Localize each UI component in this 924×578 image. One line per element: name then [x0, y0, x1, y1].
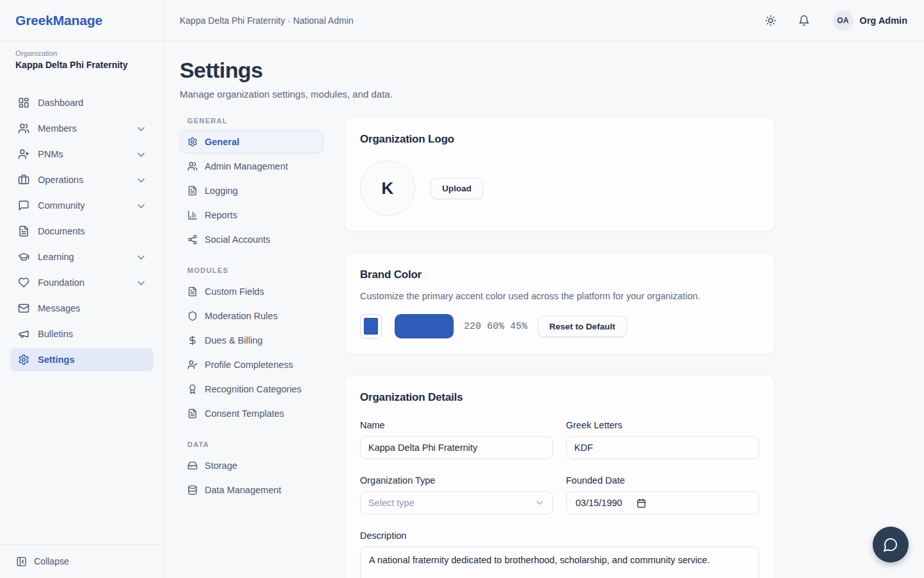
reset-to-default-button[interactable]: Reset to Default: [538, 316, 627, 337]
subnav-item-label: General: [205, 137, 239, 147]
subnav-item-general[interactable]: General: [180, 130, 323, 153]
organization-logo-card: Organization Logo K Upload: [344, 117, 775, 232]
description-textarea[interactable]: A national fraternity dedicated to broth…: [360, 547, 759, 578]
sidebar-item-bulletins[interactable]: Bulletins: [10, 322, 153, 346]
greek-letters-input[interactable]: [566, 436, 759, 459]
subnav-item-dues-billing[interactable]: Dues & Billing: [180, 329, 323, 352]
sidebar-item-settings[interactable]: Settings: [10, 348, 153, 371]
sidebar-item-label: Settings: [38, 355, 74, 365]
app-logo[interactable]: GreekManage: [15, 13, 103, 28]
settings-cards: Organization Logo K Upload Brand Color C…: [344, 117, 775, 578]
subnav-item-label: Dues & Billing: [205, 335, 262, 346]
subnav-item-consent-templates[interactable]: Consent Templates: [180, 402, 323, 425]
sidebar-item-dashboard[interactable]: Dashboard: [10, 91, 153, 114]
logo-cell: GreekManage: [0, 0, 164, 41]
calendar-icon[interactable]: [622, 498, 646, 508]
gear-icon: [18, 354, 30, 365]
header-controls: OA Org Admin: [758, 8, 907, 33]
breadcrumb: Kappa Delta Phi Fraternity · National Ad…: [180, 15, 354, 26]
theme-toggle-button[interactable]: [758, 8, 783, 33]
sidebar-item-foundation[interactable]: Foundation: [10, 271, 153, 294]
subnav-section-data: DATA Storage Data Management: [180, 441, 323, 502]
subnav-item-moderation-rules[interactable]: Moderation Rules: [180, 304, 323, 328]
organization-type-field-group: Organization Type Select type: [360, 475, 553, 514]
subnav-item-custom-fields[interactable]: Custom Fields: [180, 280, 323, 303]
sidebar-item-operations[interactable]: Operations: [10, 168, 153, 191]
panel-collapse-icon: [16, 556, 27, 567]
mail-icon: [18, 302, 30, 314]
upload-button[interactable]: Upload: [431, 178, 483, 199]
user-menu[interactable]: OA Org Admin: [833, 10, 907, 31]
subnav-item-label: Custom Fields: [205, 286, 264, 297]
name-input[interactable]: [360, 436, 553, 459]
sidebar-item-label: Members: [38, 123, 76, 134]
page-title: Settings: [180, 58, 903, 83]
subnav-item-recognition-categories[interactable]: Recognition Categories: [180, 378, 323, 401]
sidebar-item-label: Foundation: [38, 277, 85, 288]
founded-date-input[interactable]: 03/15/1990: [566, 491, 759, 514]
subnav-item-label: Logging: [205, 186, 238, 196]
sun-icon: [765, 15, 776, 26]
subnav-item-admin-management[interactable]: Admin Management: [180, 155, 323, 178]
sidebar: Organization Kappa Delta Phi Fraternity …: [0, 41, 164, 578]
sidebar-item-label: Community: [38, 200, 85, 211]
organization-type-select[interactable]: Select type: [360, 491, 553, 514]
card-title: Brand Color: [360, 268, 759, 281]
org-name: Kappa Delta Phi Fraternity: [15, 60, 148, 70]
graduation-cap-icon: [18, 251, 30, 263]
sidebar-item-learning[interactable]: Learning: [10, 245, 153, 268]
sidebar-item-members[interactable]: Members: [10, 117, 153, 140]
top-header: Kappa Delta Phi Fraternity · National Ad…: [164, 0, 924, 41]
sidebar-item-label: PNMs: [38, 149, 63, 159]
color-picker-swatch: [364, 318, 378, 335]
chevron-down-icon: [135, 123, 146, 134]
subnav-item-profile-completeness[interactable]: Profile Completeness: [180, 353, 323, 376]
share-icon: [187, 234, 198, 245]
shield-icon: [187, 311, 198, 321]
chevron-down-icon: [135, 175, 146, 185]
subnav-item-storage[interactable]: Storage: [180, 454, 323, 477]
sidebar-item-label: Dashboard: [38, 98, 83, 108]
settings-subnav: GENERAL General Admin Management Logging: [180, 117, 323, 578]
subnav-item-data-management[interactable]: Data Management: [180, 478, 323, 502]
org-logo-avatar: K: [360, 161, 415, 216]
dollar-sign-icon: [187, 335, 198, 346]
notifications-button[interactable]: [792, 8, 816, 33]
subnav-item-reports[interactable]: Reports: [180, 204, 323, 227]
color-picker-input[interactable]: [360, 314, 382, 338]
subnav-item-label: Profile Completeness: [205, 360, 293, 370]
chevron-down-icon: [135, 200, 146, 211]
chevron-down-icon: [135, 277, 146, 288]
subnav-item-logging[interactable]: Logging: [180, 179, 323, 202]
message-square-icon: [18, 200, 30, 211]
subnav-section-modules: MODULES Custom Fields Moderation Rules D…: [180, 267, 323, 425]
subnav-item-label: Admin Management: [205, 161, 288, 171]
description-label: Description: [360, 530, 759, 541]
subnav-item-label: Consent Templates: [205, 408, 284, 419]
collapse-button[interactable]: Collapse: [0, 544, 164, 578]
subnav-item-label: Storage: [205, 460, 237, 471]
sidebar-item-label: Messages: [38, 303, 80, 313]
description-field-group: Description A national fraternity dedica…: [360, 530, 759, 578]
greek-letters-label: Greek Letters: [566, 420, 759, 430]
user-check-icon: [187, 360, 198, 370]
hsl-value: 220 60% 45%: [464, 321, 527, 331]
name-field-group: Name: [360, 420, 553, 459]
subnav-item-label: Data Management: [205, 485, 281, 495]
chat-fab-button[interactable]: [873, 527, 909, 563]
chevron-down-icon: [135, 252, 146, 262]
subnav-section-label: GENERAL: [180, 117, 323, 125]
collapse-label: Collapse: [34, 556, 69, 566]
sidebar-item-community[interactable]: Community: [10, 194, 153, 217]
file-text-icon: [187, 408, 198, 419]
sidebar-item-pnms[interactable]: PNMs: [10, 143, 153, 166]
app-shell: GreekManage Kappa Delta Phi Fraternity ·…: [0, 0, 924, 578]
dashboard-icon: [18, 97, 30, 109]
subnav-item-social-accounts[interactable]: Social Accounts: [180, 228, 323, 251]
file-text-icon: [187, 286, 198, 297]
sidebar-item-documents[interactable]: Documents: [10, 220, 153, 243]
subnav-item-label: Social Accounts: [205, 234, 270, 245]
users-icon: [187, 161, 198, 171]
select-placeholder: Select type: [368, 498, 415, 508]
sidebar-item-messages[interactable]: Messages: [10, 297, 153, 320]
